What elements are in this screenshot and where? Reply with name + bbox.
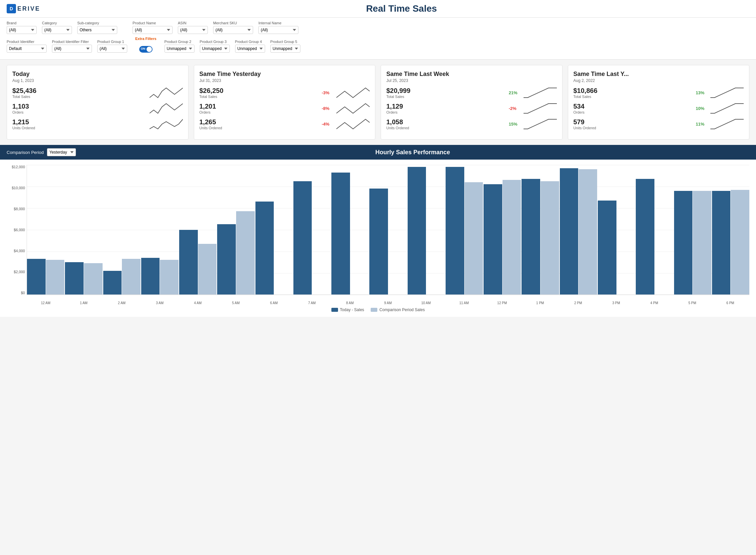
bar-comparison-12 [502,180,521,295]
card-3: Same Time Last Y...Aug 2, 2022 $10,866 T… [568,65,750,139]
product-identifier-filter-label: Product Identifier Filter [52,40,92,44]
y-axis: $12,000$10,000$8,000$6,000$4,000$2,000$0 [7,165,25,295]
bar-group-4 [179,165,217,295]
product-identifier-select[interactable]: Default [7,45,47,53]
product-group-2-select[interactable]: Unmapped [165,45,194,53]
sparkline-2-2 [524,118,557,130]
sparkline-1-1 [337,102,370,114]
extra-filters-label: Extra Filters [135,37,157,41]
asin-select[interactable]: (All) [178,26,208,34]
bar-comparison-11 [464,182,483,295]
card-date-1: Jul 31, 2023 [199,78,370,83]
legend-comparison-label: Comparison Period Sales [379,307,425,312]
metric-value-1-1: 1,201 [199,102,319,110]
product-group-4-label: Product Group 4 [235,40,265,44]
subcategory-filter: Sub-category Others [77,21,117,34]
metric-value-0-2: 1,215 [12,118,147,126]
card-metric-2-2: 1,058 Units Ordered 15% [386,118,557,130]
product-group-4-select[interactable]: Unmapped [235,45,265,53]
card-metric-3-2: 579 Units Ordered 11% [574,118,744,130]
chart-title: Hourly Sales Performance [76,149,749,156]
metric-info-2-2: 1,058 Units Ordered [386,118,506,130]
brand-select[interactable]: (All) [7,26,37,34]
metric-label-0-0: Total Sales [12,95,147,99]
bar-comparison-17 [693,191,711,295]
subcategory-select[interactable]: Others [77,26,117,34]
x-label-16: 4 PM [635,301,673,305]
x-label-18: 6 PM [711,301,749,305]
card-title-1: Same Time Yesterday [199,71,370,78]
metric-value-2-2: 1,058 [386,118,506,126]
product-identifier-filter-select[interactable]: (All) [52,45,92,53]
metric-label-2-2: Units Ordered [386,126,506,130]
product-group-5-filter: Product Group 5 Unmapped [270,40,300,53]
x-label-4: 4 AM [179,301,217,305]
chart-header: Comparison Period Yesterday Last Week La… [0,145,756,160]
sparkline-1-0 [337,87,370,99]
metric-value-2-0: $20,999 [386,87,506,95]
bar-today-1 [65,262,84,295]
legend-comparison: Comparison Period Sales [371,307,425,312]
x-label-13: 1 PM [521,301,559,305]
card-2: Same Time Last WeekJul 25, 2023 $20,999 … [381,65,563,139]
card-title-3: Same Time Last Y... [574,71,744,78]
metric-value-0-0: $25,436 [12,87,147,95]
header: D ERIVE Real Time Sales [0,0,756,18]
sparkline-0-2 [149,118,183,130]
category-select[interactable]: (All) [42,26,72,34]
metric-info-3-1: 534 Orders [574,102,694,114]
card-0: TodayAug 1, 2023 $25,436 Total Sales 1,1… [7,65,188,139]
bar-comparison-14 [578,169,597,295]
bar-today-10 [408,167,426,295]
bar-comparison-18 [731,190,749,295]
comparison-period-label: Comparison Period [7,150,44,155]
merchant-sku-select[interactable]: (All) [213,26,253,34]
bar-comparison-3 [160,260,179,295]
product-group-3-select[interactable]: Unmapped [200,45,230,53]
sparkline-3-0 [710,87,744,99]
card-1: Same Time YesterdayJul 31, 2023 $26,250 … [194,65,376,139]
card-metric-3-1: 534 Orders 10% [574,102,744,114]
bar-group-17 [674,165,711,295]
metric-info-1-1: 1,201 Orders [199,102,319,114]
card-metric-0-2: 1,215 Units Ordered [12,118,183,130]
legend-comparison-color [371,308,377,312]
chart-area: $12,000$10,000$8,000$6,000$4,000$2,000$0… [7,165,749,305]
category-label: Category [42,21,72,25]
x-label-3: 3 AM [141,301,179,305]
x-label-14: 2 PM [559,301,597,305]
bar-today-3 [141,258,160,295]
bar-group-15 [598,165,635,295]
extra-filters-toggle[interactable]: ON [139,46,152,53]
card-title-0: Today [12,71,183,78]
sparkline-3-1 [710,102,744,114]
card-metric-2-0: $20,999 Total Sales 21% [386,87,557,99]
bar-today-18 [712,191,731,295]
product-name-filter: Product Name (All) [133,21,173,34]
bar-today-17 [674,191,693,295]
bar-today-16 [636,179,655,295]
x-label-5: 5 AM [217,301,255,305]
bar-today-14 [560,168,578,295]
internal-name-select[interactable]: (All) [259,26,299,34]
product-identifier-filter-filter: Product Identifier Filter (All) [52,40,92,53]
metric-value-2-1: 1,129 [386,102,506,110]
metric-change-1-2: -4% [322,122,334,127]
legend-today-color [331,308,338,312]
bars-area [27,165,749,295]
product-group-5-select[interactable]: Unmapped [270,45,300,53]
comparison-period-select[interactable]: Yesterday Last Week Last Year [47,148,76,156]
bar-today-2 [103,271,122,295]
card-metric-1-2: 1,265 Units Ordered -4% [199,118,370,130]
product-group-1-select[interactable]: (All) [97,45,127,53]
metric-info-2-1: 1,129 Orders [386,102,506,114]
metric-value-3-2: 579 [574,118,694,126]
bar-today-12 [484,184,502,295]
product-name-select[interactable]: (All) [133,26,173,34]
bar-comparison-1 [84,263,102,295]
metric-info-1-2: 1,265 Units Ordered [199,118,319,130]
metric-value-1-0: $26,250 [199,87,319,95]
metric-label-0-1: Orders [12,110,147,114]
bar-group-14 [560,165,597,295]
bar-today-8 [331,173,350,295]
